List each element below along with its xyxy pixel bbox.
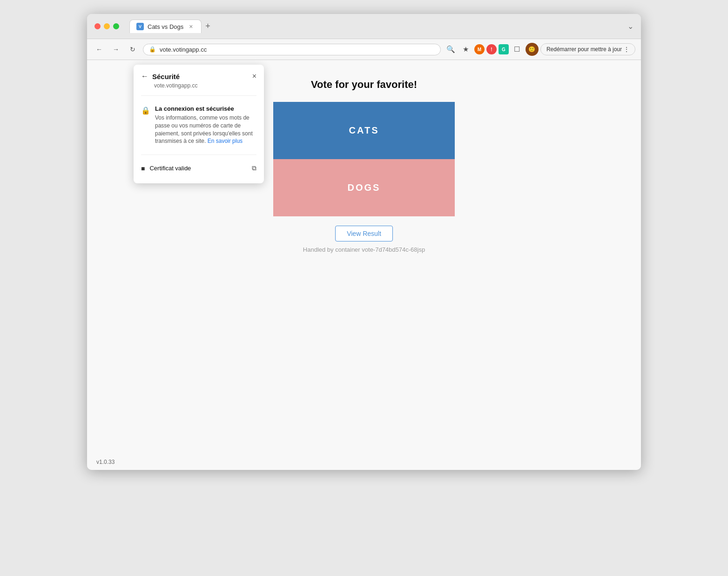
close-window-button[interactable] [94, 23, 101, 29]
minimize-window-button[interactable] [104, 23, 110, 29]
cert-row-left: ■ Certificat valide [141, 165, 191, 172]
certificate-label: Certificat valide [149, 165, 191, 172]
tab-favicon: V [136, 23, 144, 30]
security-popup: ← Sécurité × vote.votingapp.cc 🔒 La conn… [134, 65, 264, 183]
bookmark-button[interactable]: ★ [459, 43, 472, 56]
extension-metamask-button[interactable]: M [474, 44, 485, 54]
maximize-window-button[interactable] [113, 23, 119, 29]
certificate-icon: ■ [141, 165, 145, 172]
update-button-label: Redémarrer pour mettre à jour [546, 46, 622, 53]
container-info: Handled by container vote-7d74bd574c-68j… [303, 246, 425, 253]
popup-back-button[interactable]: ← [141, 72, 148, 80]
browser-toolbar: ← → ↻ 🔒 🔍 ★ M ! G ☐ 🙂 Redémarrer pour me… [87, 39, 641, 60]
zoom-button[interactable]: 🔍 [445, 43, 458, 56]
popup-close-button[interactable]: × [252, 72, 256, 80]
address-bar[interactable] [160, 46, 435, 53]
update-button[interactable]: Redémarrer pour mettre à jour ⋮ [540, 43, 635, 55]
view-result-button[interactable]: View Result [335, 226, 393, 241]
reload-button[interactable]: ↻ [126, 43, 139, 56]
profile-avatar[interactable]: 🙂 [526, 43, 539, 56]
popup-title: Sécurité [152, 73, 252, 80]
extensions-button[interactable]: ☐ [511, 43, 524, 56]
vote-dogs-button[interactable]: DOGS [273, 159, 455, 216]
connection-text: Vos informations, comme vos mots de pass… [155, 114, 256, 145]
vote-cats-button[interactable]: CATS [273, 102, 455, 159]
lock-icon: 🔒 [149, 46, 156, 53]
popup-divider [141, 95, 256, 96]
tab-close-button[interactable]: × [187, 23, 195, 30]
certificate-row: ■ Certificat valide ⧉ [141, 161, 256, 176]
connection-title: La connexion est sécurisée [155, 105, 256, 112]
browser-window: V Cats vs Dogs × + ⌄ ← → ↻ 🔒 🔍 ★ M ! G ☐… [87, 14, 641, 470]
lock-secure-icon: 🔒 [141, 106, 150, 115]
learn-more-link[interactable]: En savoir plus [208, 138, 243, 144]
browser-content: ← Sécurité × vote.votingapp.cc 🔒 La conn… [87, 60, 641, 470]
vote-options: CATS DOGS [273, 102, 455, 216]
certificate-external-button[interactable]: ⧉ [252, 164, 256, 172]
update-menu-icon: ⋮ [624, 46, 629, 53]
popup-header: ← Sécurité × [141, 72, 256, 80]
tab-bar: V Cats vs Dogs × + [129, 19, 623, 34]
new-tab-button[interactable]: + [202, 19, 214, 34]
popup-connection-section: 🔒 La connexion est sécurisée Vos informa… [141, 101, 256, 149]
toolbar-right: 🔍 ★ M ! G ☐ 🙂 Redémarrer pour mettre à j… [445, 43, 635, 56]
tab-title: Cats vs Dogs [148, 23, 183, 30]
browser-titlebar: V Cats vs Dogs × + ⌄ [87, 14, 641, 39]
tab-cats-vs-dogs[interactable]: V Cats vs Dogs × [129, 20, 202, 33]
extension-red-button[interactable]: ! [486, 44, 497, 54]
traffic-lights [94, 23, 119, 29]
popup-url: vote.votingapp.cc [154, 82, 256, 89]
popup-connection-content: La connexion est sécurisée Vos informati… [155, 105, 256, 145]
tab-menu-button[interactable]: ⌄ [627, 22, 634, 31]
page-title: Vote for your favorite! [311, 79, 417, 91]
back-button[interactable]: ← [93, 43, 106, 56]
extension-grammarly-button[interactable]: G [499, 44, 509, 54]
address-bar-wrapper: 🔒 [143, 44, 441, 55]
popup-divider-2 [141, 154, 256, 155]
version-label: v1.0.33 [96, 459, 115, 465]
forward-button[interactable]: → [109, 43, 122, 56]
